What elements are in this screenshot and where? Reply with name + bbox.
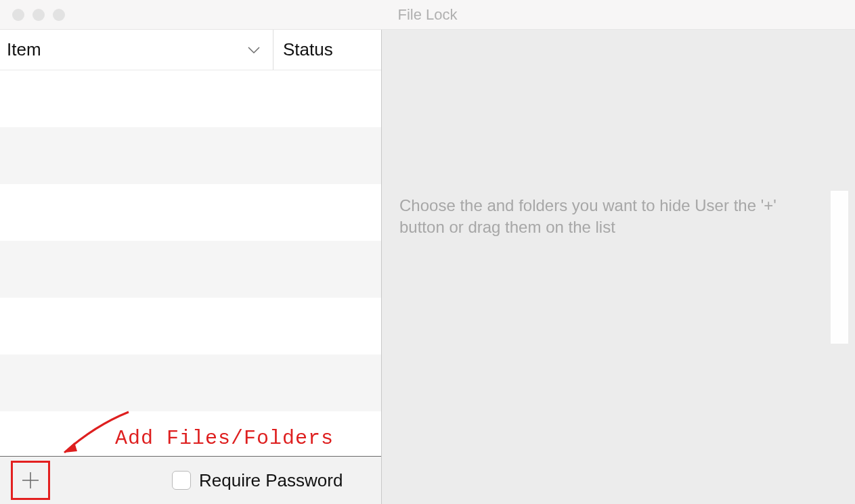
- list-row[interactable]: [0, 127, 381, 184]
- scrollbar-track[interactable]: [831, 191, 848, 344]
- column-headers: Item Status: [0, 30, 381, 70]
- bottom-bar: Require Password: [0, 457, 381, 504]
- item-column-label: Item: [7, 39, 41, 60]
- app-window: File Lock Item Status: [0, 0, 855, 504]
- list-row[interactable]: [0, 184, 381, 241]
- body: Item Status A: [0, 30, 855, 504]
- list-row[interactable]: [0, 298, 381, 354]
- minimize-dot[interactable]: [32, 9, 45, 21]
- right-panel: Choose the and folders you want to hide …: [382, 30, 855, 504]
- require-password-option[interactable]: Require Password: [172, 470, 343, 491]
- item-column-header[interactable]: Item: [0, 30, 273, 70]
- chevron-down-icon: [244, 41, 263, 60]
- status-column-label: Status: [283, 39, 333, 60]
- zoom-dot[interactable]: [53, 9, 65, 21]
- instructions-text: Choose the and folders you want to hide …: [399, 195, 821, 239]
- list-row[interactable]: [0, 70, 381, 127]
- traffic-lights: [12, 9, 65, 21]
- window-title: File Lock: [397, 6, 457, 24]
- add-button[interactable]: [11, 461, 50, 500]
- file-list[interactable]: Add Files/Folders: [0, 70, 381, 457]
- left-panel: Item Status A: [0, 30, 382, 504]
- require-password-checkbox[interactable]: [172, 471, 191, 490]
- plus-icon: [20, 469, 41, 491]
- list-bottom-divider: [0, 456, 381, 457]
- status-column-header[interactable]: Status: [273, 30, 381, 70]
- close-dot[interactable]: [12, 9, 24, 21]
- list-row[interactable]: [0, 411, 381, 457]
- list-row[interactable]: [0, 354, 381, 411]
- require-password-label: Require Password: [199, 470, 343, 491]
- list-row[interactable]: [0, 241, 381, 298]
- titlebar: File Lock: [0, 0, 855, 30]
